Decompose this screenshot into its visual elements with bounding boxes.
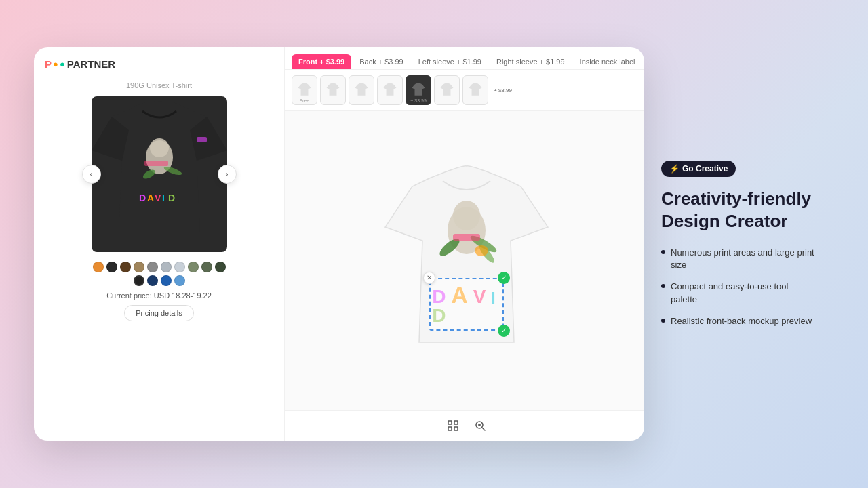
svg-rect-20 <box>448 427 452 430</box>
color-swatch[interactable] <box>174 275 185 286</box>
color-swatch[interactable] <box>188 262 199 272</box>
svg-text:I: I <box>162 192 165 203</box>
feature-item-1: Numerous print areas and large print siz… <box>661 247 817 271</box>
delete-handle[interactable]: ✕ <box>423 272 435 284</box>
logo: P ● ● PARTNER <box>45 58 115 70</box>
text-design-selected[interactable]: ✕ ✓ D A V I D <box>429 278 504 331</box>
svg-line-23 <box>482 428 485 430</box>
bullet-2 <box>661 284 665 288</box>
color-swatch[interactable] <box>161 275 172 286</box>
color-swatch[interactable] <box>201 262 212 272</box>
confirm-handle-bottom[interactable]: ✓ <box>498 325 510 337</box>
feature-list: Numerous print areas and large print siz… <box>661 247 817 327</box>
color-swatch[interactable] <box>174 262 185 272</box>
main-card: P ● ● PARTNER 190G Unisex T-shirt ‹ <box>34 47 644 441</box>
svg-point-17 <box>475 245 488 256</box>
bullet-1 <box>661 250 665 254</box>
grid-tool-button[interactable] <box>443 416 462 435</box>
svg-rect-16 <box>453 234 480 241</box>
svg-text:D: D <box>168 192 175 203</box>
tab-front[interactable]: Front + $3.99 <box>292 54 351 69</box>
view-thumb-label: + $3.99 <box>410 98 427 103</box>
shirt-thumb-icon <box>298 83 311 98</box>
svg-point-1 <box>150 138 169 157</box>
design-statue <box>433 197 500 278</box>
product-preview: ‹ <box>92 96 227 252</box>
color-swatch[interactable] <box>134 262 144 272</box>
svg-rect-10 <box>197 137 207 142</box>
logo-icon-p: P <box>45 58 52 70</box>
shirt-thumb-icon <box>440 83 454 98</box>
design-canvas: ✕ ✓ D A V I D <box>378 159 555 363</box>
statue-svg <box>433 197 500 278</box>
bullet-3 <box>661 319 665 323</box>
color-swatch[interactable] <box>147 262 158 272</box>
feature-text-1: Numerous print areas and large print siz… <box>671 247 817 271</box>
tab-left-sleeve[interactable]: Left sleeve + $1.99 <box>412 54 488 69</box>
tab-right-sleeve[interactable]: Right sleeve + $1.99 <box>490 54 572 69</box>
go-creative-badge: ⚡ Go Creative <box>661 161 736 177</box>
shirt-thumb-icon <box>355 83 368 98</box>
svg-text:V: V <box>155 192 161 203</box>
left-panel: 190G Unisex T-shirt ‹ <box>34 47 285 441</box>
tab-back[interactable]: Back + $3.99 <box>353 54 410 69</box>
color-swatch[interactable] <box>147 275 158 286</box>
logo-icon-circle2: ● <box>60 59 65 69</box>
svg-rect-21 <box>454 427 458 430</box>
confirm-handle-top[interactable]: ✓ <box>498 272 510 284</box>
shirt-thumb-icon <box>412 83 425 98</box>
view-thumb-1[interactable]: Free <box>292 75 317 105</box>
logo-text: PARTNER <box>67 58 115 70</box>
product-title: 190G Unisex T-shirt <box>126 81 192 96</box>
zoom-tool-button[interactable] <box>471 416 490 435</box>
color-swatch[interactable] <box>215 262 226 272</box>
tabs-bar: Front + $3.99 Back + $3.99 Left sleeve +… <box>285 47 644 70</box>
canvas-toolbar <box>285 410 644 441</box>
svg-text:A: A <box>147 192 154 203</box>
color-swatch[interactable] <box>161 262 172 272</box>
color-swatch[interactable] <box>106 262 117 272</box>
tshirt-svg: D A V I D <box>92 96 227 252</box>
tab-neck-label[interactable]: Inside neck label <box>573 54 642 69</box>
color-swatch[interactable] <box>120 262 131 272</box>
badge-label: Go Creative <box>682 164 728 174</box>
shirt-thumb-icon <box>326 83 340 98</box>
info-heading: Creativity-friendlyDesign Creator <box>661 188 817 232</box>
info-panel: ⚡ Go Creative Creativity-friendlyDesign … <box>644 140 834 348</box>
feature-item-3: Realistic front-back mockup preview <box>661 315 817 327</box>
feature-item-2: Compact and easy-to-use tool palette <box>661 281 817 305</box>
pricing-details-button[interactable]: Pricing details <box>124 305 193 321</box>
grid-icon <box>448 420 458 431</box>
logo-icon-circle1: ● <box>53 59 58 69</box>
view-thumb-4[interactable] <box>377 75 403 105</box>
view-thumb-label: Free <box>300 98 309 103</box>
view-thumb-3[interactable] <box>349 75 374 105</box>
view-thumb-6[interactable] <box>434 75 460 105</box>
svg-point-12 <box>453 201 480 230</box>
shirt-thumb-icon <box>469 83 482 98</box>
extra-price-label: + $3.99 <box>494 87 512 94</box>
feature-text-3: Realistic front-back mockup preview <box>671 315 812 327</box>
prev-arrow[interactable]: ‹ <box>82 165 101 184</box>
svg-text:D: D <box>139 192 146 203</box>
svg-rect-18 <box>448 421 452 424</box>
view-thumb-5[interactable]: + $3.99 <box>406 75 431 105</box>
selection-box <box>429 278 504 331</box>
color-swatch[interactable] <box>134 275 144 286</box>
lightning-icon: ⚡ <box>669 164 679 174</box>
view-thumb-2[interactable] <box>320 75 346 105</box>
color-swatch[interactable] <box>93 262 104 272</box>
color-swatches <box>92 262 227 286</box>
canvas-area[interactable]: ✕ ✓ D A V I D <box>285 111 644 410</box>
tshirt-mockup: D A V I D <box>92 96 227 252</box>
center-panel: Front + $3.99 Back + $3.99 Left sleeve +… <box>285 47 644 441</box>
zoom-icon <box>475 420 486 431</box>
feature-text-2: Compact and easy-to-use tool palette <box>671 281 817 305</box>
svg-rect-9 <box>144 161 168 166</box>
next-arrow[interactable]: › <box>218 165 237 184</box>
price-label: Current price: USD 18.28-19.22 <box>106 291 212 300</box>
svg-rect-19 <box>454 421 458 424</box>
view-thumb-7[interactable] <box>462 75 488 105</box>
view-thumbnails: Free <box>285 70 644 111</box>
shirt-thumb-icon <box>383 83 397 98</box>
